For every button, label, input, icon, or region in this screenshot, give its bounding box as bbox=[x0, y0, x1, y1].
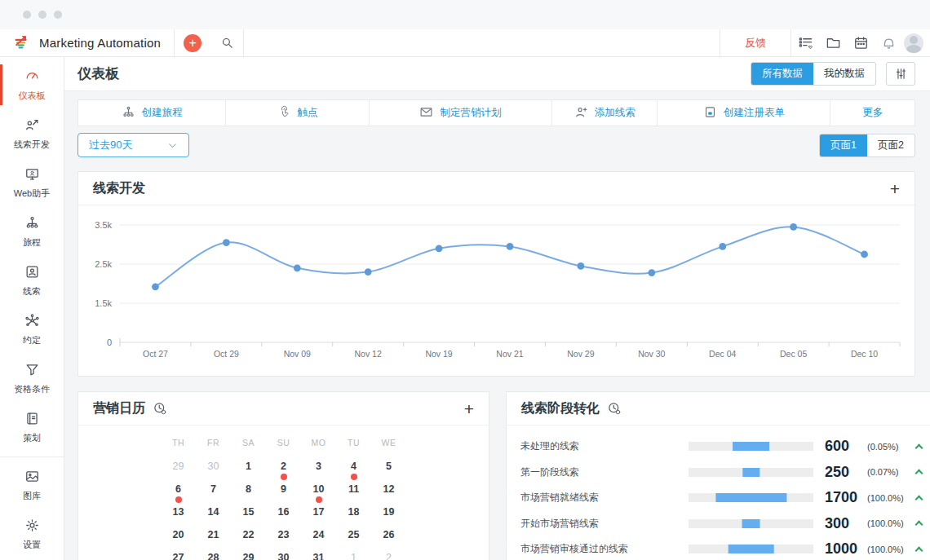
calendar-day[interactable]: 5 bbox=[371, 461, 406, 483]
calendar-day[interactable]: 11 bbox=[336, 483, 371, 506]
calendar-day[interactable]: 9 bbox=[266, 483, 301, 506]
calendar-day[interactable]: 1 bbox=[336, 552, 371, 560]
calendar-day[interactable]: 13 bbox=[161, 506, 196, 529]
campaign-list-button[interactable] bbox=[791, 29, 819, 56]
chart-point[interactable] bbox=[223, 239, 230, 246]
calendar-day[interactable]: 29 bbox=[231, 552, 266, 560]
files-button[interactable] bbox=[819, 29, 847, 56]
search-button[interactable] bbox=[210, 29, 243, 56]
calendar-day[interactable]: 6 bbox=[161, 483, 196, 506]
feedback-link[interactable]: 反馈 bbox=[720, 29, 790, 56]
calendar-day[interactable]: 30 bbox=[196, 461, 231, 483]
calendar-day[interactable]: 22 bbox=[231, 529, 266, 552]
sidebar-item-web-assistant[interactable]: Web助手 bbox=[0, 158, 64, 207]
action-create-journey-button[interactable]: 创建旅程 bbox=[78, 100, 226, 126]
dashboard-settings-button[interactable] bbox=[886, 62, 915, 86]
sidebar-item-dashboard[interactable]: 仪表板 bbox=[0, 60, 64, 109]
bell-icon bbox=[881, 35, 897, 51]
chart-point[interactable] bbox=[152, 283, 159, 290]
calendar-day-number: 24 bbox=[313, 529, 325, 540]
stage-bar[interactable] bbox=[733, 442, 770, 451]
stage-label: 第一阶段线索 bbox=[520, 465, 689, 479]
window-control-dot[interactable] bbox=[38, 11, 46, 19]
calendar-day[interactable]: 21 bbox=[196, 529, 231, 552]
folder-icon bbox=[826, 35, 841, 51]
calendar-day[interactable]: 3 bbox=[301, 461, 336, 483]
calendar-day[interactable]: 15 bbox=[231, 506, 266, 529]
stage-bar[interactable] bbox=[715, 493, 786, 502]
conversion-row: 未处理的线索600(0.05%) bbox=[507, 434, 930, 460]
calendar-day[interactable]: 27 bbox=[161, 552, 196, 560]
sidebar-item-qualification[interactable]: 资格条件 bbox=[0, 354, 64, 403]
sidebar-item-settings[interactable]: 设置 bbox=[0, 509, 64, 558]
action-touchpoints-button[interactable]: 触点 bbox=[226, 100, 369, 126]
calendar-day[interactable]: 2 bbox=[371, 552, 406, 560]
sidebar-item-engagement[interactable]: 约定 bbox=[0, 305, 64, 354]
sidebar-item-lead-generation[interactable]: 线索开发 bbox=[0, 109, 64, 158]
chart-point[interactable] bbox=[790, 223, 797, 231]
action-create-marketing-plan-button[interactable]: 制定营销计划 bbox=[370, 100, 552, 126]
svg-text:2.5k: 2.5k bbox=[95, 259, 112, 269]
calendar-day[interactable]: 31 bbox=[301, 552, 336, 560]
stage-bar-track bbox=[689, 468, 813, 477]
global-add-button[interactable]: + bbox=[175, 29, 210, 56]
calendar-weekday-header: SA bbox=[231, 438, 266, 461]
sidebar-item-leads[interactable]: 线索 bbox=[0, 256, 64, 305]
svg-text:1.5k: 1.5k bbox=[95, 298, 112, 308]
calendar-day[interactable]: 18 bbox=[336, 506, 371, 529]
calendar-day[interactable]: 14 bbox=[196, 506, 231, 529]
notifications-button[interactable] bbox=[875, 29, 902, 56]
calendar-day[interactable]: 23 bbox=[266, 529, 301, 552]
tab-page-1[interactable]: 页面1 bbox=[820, 134, 867, 157]
sidebar-item-planning[interactable]: 策划 bbox=[0, 403, 64, 452]
person-trend-icon bbox=[24, 117, 40, 134]
calendar-day[interactable]: 30 bbox=[266, 552, 301, 560]
calendar-day[interactable]: 26 bbox=[371, 529, 406, 552]
my-data-tab[interactable]: 我的数据 bbox=[813, 63, 875, 85]
chart-point[interactable] bbox=[578, 262, 585, 270]
action-create-signup-form-button[interactable]: 创建注册表单 bbox=[658, 100, 830, 126]
calendar-day[interactable]: 10 bbox=[301, 483, 336, 506]
calendar-day[interactable]: 19 bbox=[371, 506, 406, 529]
calendar-day[interactable]: 7 bbox=[196, 483, 231, 506]
sidebar-item-journeys[interactable]: 旅程 bbox=[0, 207, 64, 256]
window-control-dot[interactable] bbox=[54, 11, 62, 19]
user-avatar[interactable] bbox=[904, 33, 923, 53]
calendar-day[interactable]: 2 bbox=[266, 461, 301, 483]
chart-point[interactable] bbox=[719, 243, 726, 250]
calendar-button[interactable] bbox=[847, 29, 875, 56]
calendar-day[interactable]: 24 bbox=[301, 529, 336, 552]
date-range-dropdown[interactable]: 过去90天 bbox=[78, 133, 189, 157]
chart-point[interactable] bbox=[365, 268, 372, 276]
stage-bar[interactable] bbox=[742, 519, 760, 528]
add-widget-icon[interactable]: + bbox=[890, 180, 900, 197]
stage-bar[interactable] bbox=[728, 545, 774, 553]
action-more-button[interactable]: 更多 bbox=[830, 100, 914, 126]
calendar-day[interactable]: 29 bbox=[161, 461, 196, 483]
chart-point[interactable] bbox=[861, 251, 868, 258]
stage-bar[interactable] bbox=[742, 468, 760, 477]
calendar-day[interactable]: 1 bbox=[231, 461, 266, 483]
action-add-leads-button[interactable]: 添加线索 bbox=[552, 100, 658, 126]
brand[interactable]: Marketing Automation bbox=[0, 29, 174, 56]
stage-label: 市场营销审核通过的线索 bbox=[520, 542, 689, 556]
chart-point[interactable] bbox=[294, 264, 301, 271]
calendar-day[interactable]: 4 bbox=[336, 461, 371, 483]
sidebar-item-gallery[interactable]: 图库 bbox=[0, 461, 64, 509]
calendar-day[interactable]: 12 bbox=[371, 483, 406, 506]
chart-point[interactable] bbox=[648, 269, 655, 276]
calendar-day[interactable]: 8 bbox=[231, 483, 266, 506]
calendar-day[interactable]: 20 bbox=[161, 529, 196, 552]
tab-page-2[interactable]: 页面2 bbox=[867, 134, 914, 157]
add-event-icon[interactable]: + bbox=[464, 400, 474, 417]
all-data-tab[interactable]: 所有数据 bbox=[751, 63, 813, 85]
calendar-day[interactable]: 28 bbox=[196, 552, 231, 560]
calendar-day[interactable]: 17 bbox=[301, 506, 336, 529]
svg-text:Nov 09: Nov 09 bbox=[284, 349, 311, 359]
window-control-dot[interactable] bbox=[23, 11, 31, 19]
calendar-day[interactable]: 16 bbox=[266, 506, 301, 529]
event-dot bbox=[175, 496, 182, 503]
chart-point[interactable] bbox=[436, 245, 443, 252]
chart-point[interactable] bbox=[507, 243, 514, 250]
calendar-day[interactable]: 25 bbox=[336, 529, 371, 552]
